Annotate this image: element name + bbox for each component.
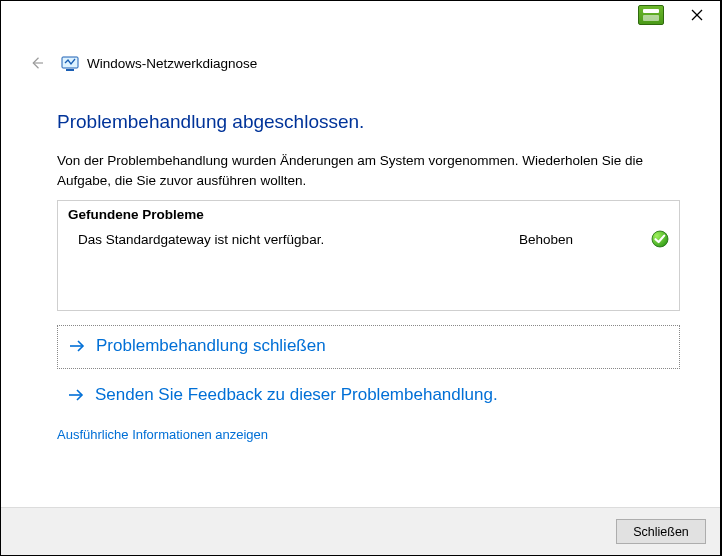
close-troubleshooting-label: Problembehandlung schließen xyxy=(96,336,326,356)
dialog-footer: Schließen xyxy=(1,507,720,555)
content-area: Problembehandlung abgeschlossen. Von der… xyxy=(1,89,720,507)
problem-status: Behoben xyxy=(519,232,649,247)
window-close-button[interactable] xyxy=(674,1,720,29)
detailed-information-link[interactable]: Ausführliche Informationen anzeigen xyxy=(57,427,680,442)
page-description: Von der Problembehandlung wurden Änderun… xyxy=(57,151,680,190)
close-icon xyxy=(691,9,703,21)
arrow-right-icon xyxy=(68,337,86,355)
svg-rect-4 xyxy=(66,69,74,71)
window-titlebar xyxy=(1,1,720,29)
fixed-check-icon xyxy=(651,230,669,248)
arrow-right-icon xyxy=(67,386,85,404)
problems-found-box: Gefundene Probleme Das Standardgateway i… xyxy=(57,200,680,311)
close-troubleshooting-link[interactable]: Problembehandlung schließen xyxy=(57,325,680,369)
close-button[interactable]: Schließen xyxy=(616,519,706,544)
problems-found-header: Gefundene Probleme xyxy=(68,207,669,222)
problem-row: Das Standardgateway ist nicht verfügbar.… xyxy=(68,228,669,250)
network-diagnostics-icon xyxy=(61,54,79,72)
wizard-title: Windows-Netzwerkdiagnose xyxy=(87,56,257,71)
send-feedback-link[interactable]: Senden Sie Feedback zu dieser Problembeh… xyxy=(57,385,680,405)
back-arrow-icon xyxy=(28,54,46,72)
back-button[interactable] xyxy=(25,51,49,75)
app-icon xyxy=(638,5,664,25)
wizard-header: Windows-Netzwerkdiagnose xyxy=(1,29,720,89)
page-heading: Problembehandlung abgeschlossen. xyxy=(57,111,680,133)
send-feedback-label: Senden Sie Feedback zu dieser Problembeh… xyxy=(95,385,498,405)
troubleshooter-window: Windows-Netzwerkdiagnose Problembehandlu… xyxy=(0,0,722,556)
problem-description: Das Standardgateway ist nicht verfügbar. xyxy=(78,232,519,247)
